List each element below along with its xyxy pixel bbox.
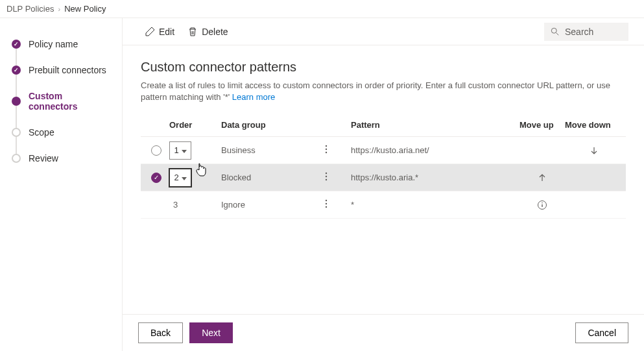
page-title: Custom connector patterns [141,60,626,75]
svg-point-3 [326,149,327,150]
delete-icon [187,27,198,37]
step-label: Scope [29,127,54,138]
pattern-cell: https://kusto.aria.net/ [351,145,519,155]
step-label: Review [29,153,58,163]
order-cell: 3 [169,200,221,210]
step-custom-connectors[interactable]: Custom connectors [0,83,122,119]
search-placeholder: Search [565,27,593,37]
delete-button[interactable]: Delete [181,23,234,41]
desc-text: Create a list of rules to limit access t… [141,80,610,102]
table-row[interactable]: 2 Blocked https://kusto.aria.* [141,164,626,191]
info-icon[interactable] [537,200,547,210]
more-icon[interactable] [325,199,328,208]
svg-point-8 [326,200,327,201]
row-select[interactable] [151,145,161,156]
svg-point-5 [326,173,327,174]
back-button[interactable]: Back [138,322,183,343]
breadcrumb-sep: › [58,5,60,13]
table-row[interactable]: 1 Business https://kusto.aria.net/ [141,137,626,164]
svg-point-10 [326,206,327,208]
data-group-cell: Blocked [221,173,325,182]
pattern-cell: https://kusto.aria.* [351,173,519,182]
search-icon [551,27,560,36]
svg-point-7 [326,179,327,180]
wizard-sidebar: Policy name Prebuilt connectors Custom c… [0,18,123,351]
next-button[interactable]: Next [189,322,233,343]
step-label: Custom connectors [29,91,110,112]
svg-point-9 [326,203,327,204]
breadcrumb-current: New Policy [64,4,106,14]
step-review[interactable]: Review [0,145,122,171]
patterns-table: Order Data group Pattern Move up Move do… [141,116,626,219]
step-done-icon [12,40,21,49]
row-select[interactable] [151,173,161,183]
data-group-cell: Ignore [221,200,325,210]
svg-point-13 [542,202,543,204]
step-label: Policy name [29,39,78,49]
order-dropdown[interactable]: 1 [169,141,191,160]
toolbar: Edit Delete Search [123,18,644,45]
step-scope[interactable]: Scope [0,119,122,145]
col-order[interactable]: Order [169,120,221,130]
chevron-down-icon [182,145,187,155]
col-move-up[interactable]: Move up [519,120,565,130]
col-pattern[interactable]: Pattern [351,120,519,130]
svg-line-1 [556,32,559,35]
order-dropdown[interactable]: 2 [169,169,191,187]
cancel-button[interactable]: Cancel [575,322,628,343]
svg-point-0 [551,28,556,33]
edit-icon [145,27,155,37]
step-current-icon [12,97,21,106]
search-input[interactable]: Search [544,23,628,41]
edit-label: Edit [159,27,174,37]
more-icon[interactable] [325,145,328,154]
data-group-cell: Business [221,145,325,155]
svg-point-2 [326,145,327,147]
step-done-icon [12,66,21,75]
learn-more-link[interactable]: Learn more [232,92,275,102]
svg-point-4 [326,152,327,153]
breadcrumb-parent[interactable]: DLP Policies [6,4,54,14]
col-data-group[interactable]: Data group [221,120,325,130]
pattern-cell: * [351,200,519,210]
col-move-down[interactable]: Move down [565,120,623,130]
table-row[interactable]: 3 Ignore * [141,191,626,219]
chevron-down-icon [182,173,187,182]
wizard-footer: Back Next Cancel [123,314,644,351]
edit-button[interactable]: Edit [138,23,181,41]
page-description: Create a list of rules to limit access t… [141,80,626,103]
step-prebuilt-connectors[interactable]: Prebuilt connectors [0,57,122,83]
move-down-icon[interactable] [589,145,599,156]
step-label: Prebuilt connectors [29,65,106,75]
more-icon[interactable] [325,172,328,181]
step-pending-icon [12,154,21,163]
breadcrumb: DLP Policies › New Policy [0,0,644,18]
step-pending-icon [12,128,21,137]
svg-point-6 [326,176,327,177]
step-policy-name[interactable]: Policy name [0,31,122,57]
move-up-icon[interactable] [537,173,547,183]
delete-label: Delete [202,27,228,37]
